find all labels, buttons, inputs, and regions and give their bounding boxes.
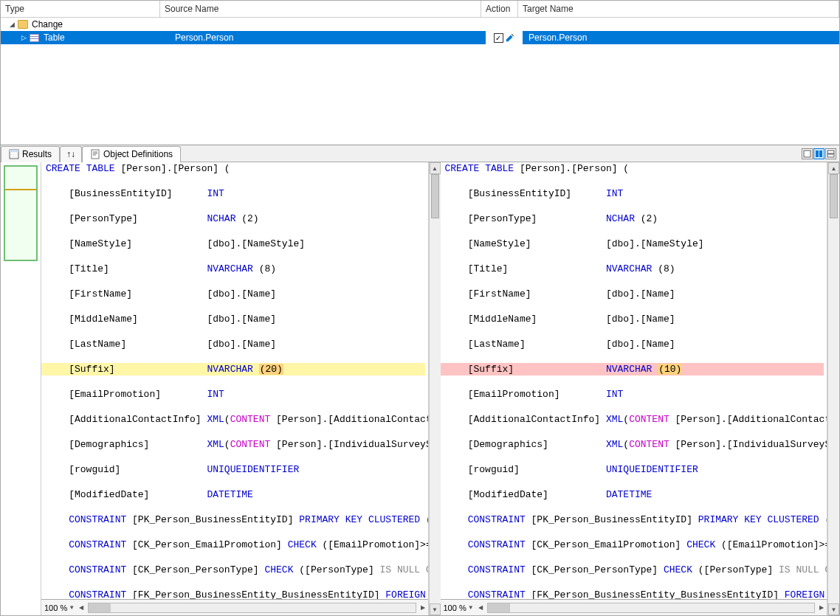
tabs-bar: Results ↑↓ Object Definitions: [1, 145, 839, 162]
header-target[interactable]: Target Name: [518, 1, 839, 17]
tree-row-table[interactable]: ▷ Table Person.Person ✓ Person.Person: [1, 31, 839, 44]
scroll-down-icon[interactable]: ▼: [828, 603, 839, 615]
tree-header: Type Source Name Action Target Name: [1, 1, 839, 18]
script-icon: [90, 149, 100, 159]
scroll-right-icon[interactable]: ▶: [421, 604, 425, 611]
h-scrollbar[interactable]: [88, 603, 416, 613]
view-single-button[interactable]: [802, 148, 813, 159]
tree-row-change[interactable]: ◢ Change: [1, 18, 839, 31]
tab-results[interactable]: Results: [1, 146, 60, 162]
zoom-level[interactable]: 100 % ▼: [44, 603, 75, 612]
target-vscroll[interactable]: ▲ ▼: [827, 162, 839, 615]
svg-rect-9: [827, 150, 834, 153]
tab-defs-label: Object Definitions: [103, 149, 173, 159]
diff-area: CREATE TABLE [Person].[Person] ( [Busine…: [1, 162, 839, 615]
header-type[interactable]: Type: [1, 1, 160, 17]
tab-swap[interactable]: ↑↓: [60, 146, 82, 162]
expander-icon[interactable]: ▷: [20, 34, 28, 42]
tab-results-label: Results: [22, 149, 52, 159]
table-type-label: Table: [44, 32, 65, 43]
source-scroll[interactable]: CREATE TABLE [Person].[Person] ( [Busine…: [41, 162, 428, 599]
results-icon: [9, 149, 19, 159]
h-scrollbar[interactable]: [487, 603, 815, 613]
target-code: CREATE TABLE [Person].[Person] ( [Busine…: [441, 162, 827, 599]
scroll-down-icon[interactable]: ▼: [430, 603, 441, 615]
include-checkbox[interactable]: ✓: [494, 33, 503, 43]
edit-icon[interactable]: [505, 32, 515, 43]
code-pane-target: CREATE TABLE [Person].[Person] ( [Busine…: [441, 162, 828, 615]
scroll-up-icon[interactable]: ▲: [430, 162, 441, 174]
svg-rect-6: [804, 150, 810, 157]
overview-diff-marker: [5, 189, 36, 190]
scroll-up-icon[interactable]: ▲: [828, 162, 839, 174]
view-stacked-button[interactable]: [825, 148, 836, 159]
swap-icon: ↑↓: [66, 149, 75, 159]
target-name-cell: Person.Person: [523, 31, 839, 44]
view-toggle-group: [802, 148, 839, 159]
diff-overview[interactable]: [1, 162, 41, 615]
change-label: Change: [32, 19, 63, 30]
chevron-down-icon: ▼: [468, 604, 474, 611]
code-pane-source: CREATE TABLE [Person].[Person] ( [Busine…: [41, 162, 429, 615]
source-name-cell: Person.Person: [175, 31, 486, 44]
table-icon: [30, 34, 39, 42]
svg-rect-7: [816, 150, 819, 157]
zoom-level[interactable]: 100 % ▼: [444, 603, 474, 612]
source-status-bar: 100 % ▼ ◀ ▶: [41, 599, 428, 615]
tab-object-definitions[interactable]: Object Definitions: [82, 146, 181, 162]
header-source[interactable]: Source Name: [160, 1, 481, 17]
expander-icon[interactable]: ◢: [8, 21, 16, 29]
source-code: CREATE TABLE [Person].[Person] ( [Busine…: [41, 162, 428, 599]
svg-rect-10: [827, 154, 834, 157]
folder-icon: [18, 20, 28, 29]
action-cell: ✓: [486, 31, 523, 44]
svg-rect-2: [92, 150, 99, 159]
app-root: Type Source Name Action Target Name ◢ Ch…: [0, 0, 840, 616]
header-action[interactable]: Action: [481, 1, 518, 17]
scroll-right-icon[interactable]: ▶: [819, 604, 824, 611]
target-scroll[interactable]: CREATE TABLE [Person].[Person] ( [Busine…: [441, 162, 827, 599]
source-vscroll[interactable]: ▲ ▼: [429, 162, 441, 615]
chevron-down-icon: ▼: [69, 604, 75, 611]
svg-rect-1: [10, 150, 18, 152]
scroll-left-icon[interactable]: ◀: [79, 604, 83, 611]
tree-pane[interactable]: Type Source Name Action Target Name ◢ Ch…: [1, 1, 839, 145]
scroll-left-icon[interactable]: ◀: [478, 604, 483, 611]
target-status-bar: 100 % ▼ ◀ ▶: [441, 599, 827, 615]
svg-rect-8: [819, 150, 822, 157]
view-split-button[interactable]: [813, 148, 824, 159]
